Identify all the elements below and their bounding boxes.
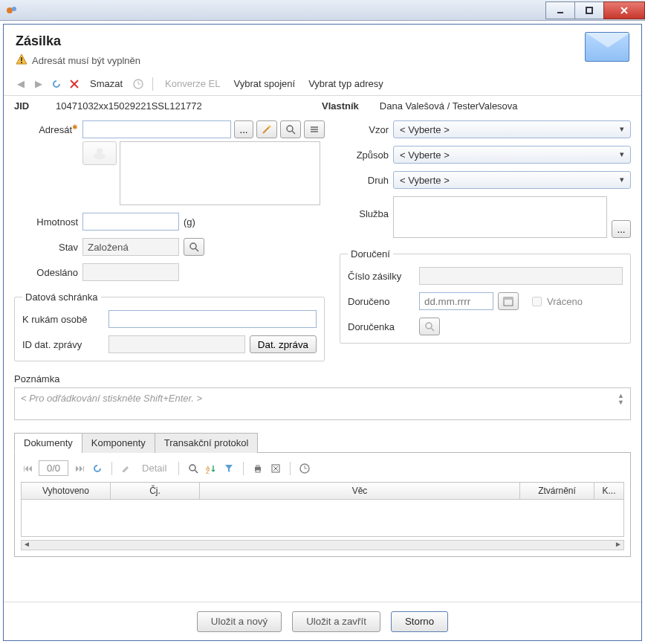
k-rukam-input[interactable] — [108, 310, 317, 328]
pager-last-icon[interactable]: ⏭ — [73, 462, 86, 475]
col-ztvarneni[interactable]: Ztvárnění — [520, 483, 594, 500]
table-row — [22, 500, 624, 537]
detail-edit-icon — [120, 462, 133, 475]
nav-forward-icon[interactable]: ▶ — [32, 77, 45, 91]
adresat-input[interactable] — [82, 120, 231, 138]
datova-schranka-group: Datová schránka K rukám osobě ID dat. zp… — [14, 292, 325, 361]
svg-point-21 — [94, 153, 106, 159]
hmotnost-input[interactable] — [82, 213, 179, 231]
spinner-icon[interactable]: ▲▼ — [618, 393, 624, 415]
documents-table: Vyhotoveno Čj. Věc Ztvárnění K... — [21, 482, 624, 537]
cislo-zasilky-label: Číslo zásilky — [348, 271, 415, 282]
grid-print-icon[interactable] — [251, 462, 265, 475]
vybrat-spojeni-button[interactable]: Vybrat spojení — [230, 77, 300, 91]
vybrat-typ-adresy-button[interactable]: Vybrat typ adresy — [304, 77, 388, 91]
poznamka-input[interactable]: < Pro odřádkování stiskněte Shift+Enter.… — [14, 387, 631, 420]
col-cj[interactable]: Čj. — [111, 483, 200, 500]
svg-line-14 — [263, 127, 269, 133]
save-and-close-button[interactable]: Uložit a zavřít — [292, 611, 380, 632]
stav-value — [82, 238, 179, 256]
svg-rect-7 — [21, 57, 22, 61]
svg-rect-35 — [256, 470, 260, 472]
refresh-icon[interactable] — [50, 77, 63, 91]
delete-button[interactable]: Smazat — [85, 77, 127, 91]
svg-line-24 — [195, 248, 198, 251]
poznamka-label: Poznámka — [14, 373, 631, 384]
tab-bar: Dokumenty Komponenty Transakční protokol — [14, 432, 631, 453]
dorucenka-lookup-icon[interactable] — [419, 318, 440, 335]
lookup-wand-icon[interactable] — [256, 120, 277, 138]
doruceni-legend: Doručení — [348, 248, 393, 260]
nav-back-icon[interactable]: ◀ — [14, 77, 27, 91]
grid-history-icon[interactable] — [298, 462, 311, 475]
pager-first-icon[interactable]: ⏮ — [21, 462, 34, 475]
grid-sort-icon[interactable]: AZ — [204, 462, 218, 475]
grid-refresh-icon[interactable] — [91, 462, 104, 475]
grid-filter-icon[interactable] — [222, 462, 236, 475]
svg-point-16 — [287, 126, 293, 132]
zpusob-select[interactable]: < Vyberte > — [393, 146, 631, 164]
dialog-footer: Uložit a nový Uložit a zavřít Storno — [4, 602, 641, 640]
pager-display: 0/0 — [39, 460, 68, 476]
stav-lookup-icon[interactable] — [184, 238, 204, 256]
documents-grid-panel: ⏮ 0/0 ⏭ Detail AZ — [14, 453, 631, 557]
svg-point-0 — [7, 7, 13, 13]
main-toolbar: ◀ ▶ Smazat Konverze EL Vybrat spojení Vy… — [4, 72, 641, 96]
save-and-new-button[interactable]: Uložit a nový — [197, 611, 282, 632]
doruceno-input[interactable] — [419, 292, 493, 310]
adresat-textarea[interactable] — [120, 141, 320, 205]
window-maximize-button[interactable] — [574, 1, 604, 19]
grid-search-icon[interactable] — [187, 462, 200, 475]
svg-line-30 — [195, 470, 198, 473]
hmotnost-label: Hmotnost — [14, 216, 78, 228]
adresat-type-icon — [82, 141, 117, 165]
dat-zprava-button[interactable]: Dat. zpráva — [250, 335, 317, 353]
grid-horizontal-scrollbar[interactable] — [21, 540, 624, 550]
delete-icon[interactable] — [68, 77, 81, 91]
svg-rect-26 — [504, 297, 513, 300]
vzor-label: Vzor — [340, 124, 389, 135]
col-k[interactable]: K... — [594, 483, 624, 500]
doruceno-label: Doručeno — [348, 296, 415, 307]
adresat-label: Adresát — [39, 124, 72, 135]
search-icon[interactable] — [280, 120, 301, 138]
svg-rect-18 — [311, 126, 318, 128]
stav-label: Stav — [14, 242, 78, 253]
svg-point-29 — [189, 465, 195, 471]
svg-rect-8 — [21, 62, 22, 63]
sluzba-browse-button[interactable]: ... — [612, 220, 631, 238]
konverze-el-button: Konverze EL — [161, 77, 224, 91]
jid-value: 10471032xx15029221SSL121772 — [56, 100, 301, 112]
cancel-button[interactable]: Storno — [391, 611, 448, 632]
doruceni-group: Doručení Číslo zásilky Doručeno Vráceno — [340, 248, 631, 344]
owner-label: Vlastník — [322, 100, 359, 112]
svg-rect-2 — [557, 12, 563, 13]
list-icon[interactable] — [304, 120, 325, 138]
id-dat-label: ID dat. zprávy — [22, 339, 104, 350]
calendar-icon[interactable] — [498, 292, 519, 310]
svg-text:Z: Z — [206, 468, 210, 474]
svg-point-27 — [426, 323, 432, 329]
col-vyhotoveno[interactable]: Vyhotoveno — [22, 483, 111, 500]
detail-button: Detail — [137, 461, 171, 475]
tab-dokumenty[interactable]: Dokumenty — [14, 433, 82, 453]
svg-rect-20 — [311, 131, 318, 132]
vzor-select[interactable]: < Vyberte > — [393, 120, 631, 138]
window-close-button[interactable] — [603, 1, 645, 19]
browse-button[interactable]: ... — [234, 120, 253, 138]
svg-rect-34 — [256, 465, 260, 467]
sluzba-box[interactable] — [393, 196, 607, 238]
cislo-zasilky-value — [419, 267, 623, 285]
tab-transakcni[interactable]: Transakční protokol — [155, 433, 259, 453]
druh-select[interactable]: < Vyberte > — [393, 171, 631, 189]
jid-label: JID — [14, 100, 41, 112]
grid-export-icon[interactable] — [269, 462, 282, 475]
envelope-icon — [585, 32, 629, 62]
druh-label: Druh — [340, 175, 389, 186]
tab-komponenty[interactable]: Komponenty — [82, 433, 155, 453]
window-minimize-button[interactable] — [545, 1, 575, 19]
id-dat-value — [108, 335, 245, 353]
vraceno-label: Vráceno — [547, 296, 583, 307]
col-vec[interactable]: Věc — [200, 483, 520, 500]
svg-point-1 — [12, 7, 16, 11]
